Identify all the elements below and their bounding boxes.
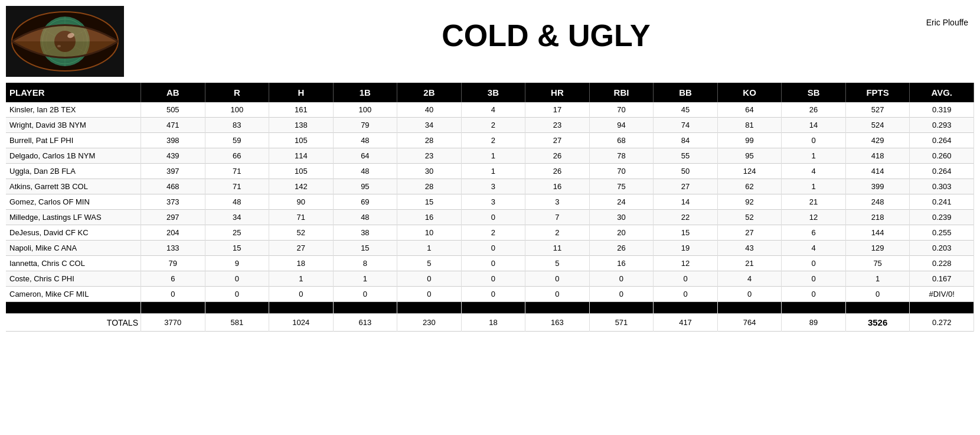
stat-cell: 25 <box>205 225 269 241</box>
separator-cell <box>845 302 910 314</box>
stat-cell: 4 <box>461 102 525 118</box>
stat-cell: 59 <box>205 133 269 148</box>
table-header-row: PLAYER AB R H 1B 2B 3B HR RBI BB KO SB F… <box>6 83 974 102</box>
stat-cell: 52 <box>717 210 782 225</box>
stat-cell: 64 <box>717 102 782 118</box>
stat-cell: 26 <box>525 164 590 179</box>
stat-cell: 124 <box>717 164 782 179</box>
player-name-cell: Atkins, Garrett 3B COL <box>6 179 141 194</box>
stat-cell: 0 <box>525 287 590 302</box>
stat-cell: 0.239 <box>910 210 974 225</box>
stat-cell: 14 <box>782 118 846 133</box>
stat-cell: 0 <box>333 287 397 302</box>
totals-cell: 18 <box>461 314 525 332</box>
stat-cell: 50 <box>654 164 718 179</box>
totals-label: TOTALS <box>6 314 141 332</box>
stat-cell: 142 <box>269 179 334 194</box>
stat-cell: 21 <box>717 256 782 271</box>
stat-cell: 0.241 <box>910 194 974 210</box>
stat-cell: 94 <box>589 118 654 133</box>
stat-cell: 100 <box>205 102 269 118</box>
totals-cell: 3526 <box>845 314 910 332</box>
stat-cell: 218 <box>845 210 910 225</box>
stat-cell: 71 <box>205 164 269 179</box>
stat-cell: 397 <box>141 164 205 179</box>
stat-cell: 2 <box>461 225 525 241</box>
stat-cell: 0 <box>397 287 462 302</box>
table-row: Delgado, Carlos 1B NYM439661146423126785… <box>6 148 974 164</box>
stat-cell: 0.264 <box>910 164 974 179</box>
player-name-cell: DeJesus, David CF KC <box>6 225 141 241</box>
stat-cell: 429 <box>845 133 910 148</box>
stat-cell: 26 <box>589 241 654 256</box>
stat-cell: 48 <box>205 194 269 210</box>
stat-cell: 28 <box>397 133 462 148</box>
col-header-player: PLAYER <box>6 83 141 102</box>
stat-cell: 5 <box>525 256 590 271</box>
stat-cell: 27 <box>654 179 718 194</box>
stat-cell: 414 <box>845 164 910 179</box>
stat-cell: 28 <box>397 179 462 194</box>
stat-cell: 55 <box>654 148 718 164</box>
stat-cell: 114 <box>269 148 334 164</box>
stat-cell: 1 <box>461 164 525 179</box>
stat-cell: 297 <box>141 210 205 225</box>
stat-cell: 0 <box>397 271 462 287</box>
stat-cell: 48 <box>333 164 397 179</box>
stat-cell: 144 <box>845 225 910 241</box>
page-title: COLD & UGLY <box>442 18 650 53</box>
separator-cell <box>333 302 397 314</box>
col-header-h: H <box>269 83 334 102</box>
player-name-cell: Milledge, Lastings LF WAS <box>6 210 141 225</box>
stat-cell: 5 <box>397 256 462 271</box>
col-header-hr: HR <box>525 83 590 102</box>
stat-cell: 2 <box>461 133 525 148</box>
stat-cell: 0.319 <box>910 102 974 118</box>
stat-cell: 71 <box>269 210 334 225</box>
stat-cell: 69 <box>333 194 397 210</box>
stats-table: PLAYER AB R H 1B 2B 3B HR RBI BB KO SB F… <box>6 83 974 332</box>
table-row: Burrell, Pat LF PHI398591054828227688499… <box>6 133 974 148</box>
col-header-1b: 1B <box>333 83 397 102</box>
stat-cell: 0.203 <box>910 241 974 256</box>
stat-cell: 81 <box>717 118 782 133</box>
separator-cell <box>205 302 269 314</box>
table-row: Uggla, Dan 2B FLA39771105483012670501244… <box>6 164 974 179</box>
stat-cell: 4 <box>717 271 782 287</box>
col-header-rbi: RBI <box>589 83 654 102</box>
stat-cell: 95 <box>717 148 782 164</box>
stat-cell: 14 <box>654 194 718 210</box>
stat-cell: 71 <box>205 179 269 194</box>
stat-cell: 418 <box>845 148 910 164</box>
stat-cell: 0 <box>461 256 525 271</box>
stat-cell: 83 <box>205 118 269 133</box>
stat-cell: 70 <box>589 164 654 179</box>
player-name-cell: Cameron, Mike CF MIL <box>6 287 141 302</box>
stat-cell: 92 <box>717 194 782 210</box>
stat-cell: 11 <box>525 241 590 256</box>
stat-cell: 19 <box>654 241 718 256</box>
col-header-ko: KO <box>717 83 782 102</box>
totals-cell: 417 <box>654 314 718 332</box>
stat-cell: 52 <box>269 225 334 241</box>
table-row: Gomez, Carlos OF MIN37348906915332414922… <box>6 194 974 210</box>
stat-cell: 24 <box>589 194 654 210</box>
stat-cell: 26 <box>782 102 846 118</box>
player-name-cell: Uggla, Dan 2B FLA <box>6 164 141 179</box>
player-name-cell: Kinsler, Ian 2B TEX <box>6 102 141 118</box>
separator-cell <box>782 302 846 314</box>
table-row: Iannetta, Chris C COL7991885051612210750… <box>6 256 974 271</box>
stat-cell: 0.293 <box>910 118 974 133</box>
stat-cell: 84 <box>654 133 718 148</box>
stat-cell: 0 <box>845 287 910 302</box>
totals-row: TOTALS3770581102461323018163571417764893… <box>6 314 974 332</box>
stat-cell: 0.260 <box>910 148 974 164</box>
stat-cell: 0 <box>654 271 718 287</box>
stat-cell: 524 <box>845 118 910 133</box>
table-row: DeJesus, David CF KC20425523810222015276… <box>6 225 974 241</box>
stat-cell: 0 <box>461 210 525 225</box>
page: COLD & UGLY Eric Plouffe <box>0 0 980 435</box>
stat-cell: 64 <box>333 148 397 164</box>
stat-cell: 45 <box>654 102 718 118</box>
stat-cell: 3 <box>525 194 590 210</box>
